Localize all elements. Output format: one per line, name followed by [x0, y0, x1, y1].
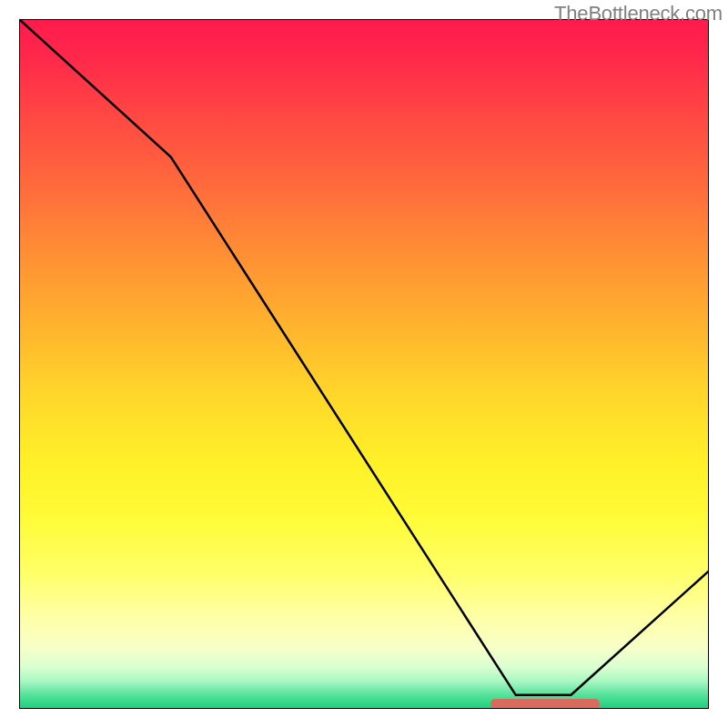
watermark-text: TheBottleneck.com	[554, 2, 723, 25]
optimal-range-marker	[490, 699, 600, 709]
chart-stage: TheBottleneck.com	[0, 0, 728, 728]
plot-background-gradient	[19, 19, 709, 709]
